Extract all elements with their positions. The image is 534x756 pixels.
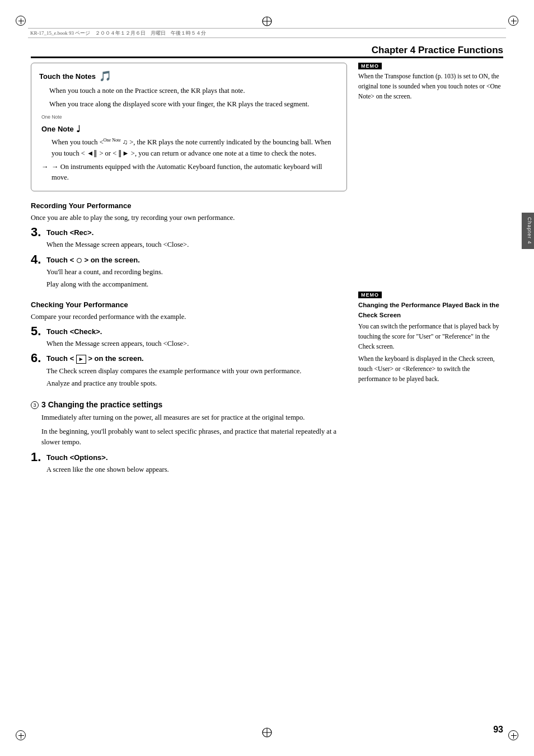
step-3-desc: When the Message screen appears, touch <… (46, 240, 347, 250)
memo-text-1: When the Transpose function (p. 103) is … (358, 72, 504, 101)
step-3: 3. Touch <Rec>. When the Message screen … (31, 228, 347, 251)
chapter-title-underline (31, 57, 503, 58)
step-1-number: 1. (31, 451, 46, 463)
chapter-tab: Chapter 4 (522, 213, 534, 249)
one-note-para: When you touch <One Note ♫ >, the KR pla… (41, 137, 339, 159)
one-note-title: One Note ♩ (41, 124, 339, 134)
step-4-content: Touch < > on the screen. You'll hear a c… (46, 255, 347, 290)
step-6-number: 6. (31, 352, 46, 364)
right-sidebar: MEMO When the Transpose function (p. 103… (358, 63, 504, 396)
step-4-title: Touch < > on the screen. (46, 255, 347, 265)
memo-2-text1: You can switch the performance that is p… (358, 322, 504, 351)
practice-settings-title: 3 Changing the practice settings (41, 400, 162, 409)
touch-notes-box: Touch the Notes 🎵 When you touch a note … (31, 63, 347, 191)
memo-badge-2: MEMO (358, 292, 382, 298)
memo-title-1: MEMO (358, 63, 504, 69)
play-btn-icon: ► (76, 355, 86, 364)
step-1-content: Touch <Options>. A screen like the one s… (46, 453, 347, 476)
step-5: 5. Touch <Check>. When the Message scree… (31, 327, 347, 350)
corner-mark-tr (508, 16, 518, 26)
main-content: Touch the Notes 🎵 When you touch a note … (31, 63, 347, 477)
circle-num: 3 (31, 401, 39, 409)
step-4-number: 4. (31, 253, 46, 266)
recording-desc: Once you are able to play the song, try … (31, 213, 347, 223)
step-4: 4. Touch < > on the screen. You'll hear … (31, 255, 347, 290)
step-4-desc1: You'll hear a count, and recording begin… (46, 267, 347, 278)
top-mid-mark (261, 16, 273, 29)
step-5-content: Touch <Check>. When the Message screen a… (46, 327, 347, 350)
step-3-number: 3. (31, 226, 46, 238)
memo-2-title: Changing the Performance Played Back in … (358, 300, 504, 320)
touch-notes-label: Touch the Notes (39, 72, 96, 81)
step-6-desc1: The Check screen display compares the ex… (46, 366, 347, 377)
practice-settings-desc2: In the beginning, you'll probably want t… (31, 426, 347, 448)
touch-notes-para1: When you touch a note on the Practice sc… (39, 86, 339, 96)
memo-title-2: MEMO (358, 292, 504, 298)
step-5-title: Touch <Check>. (46, 327, 347, 337)
step-6-desc2: Analyze and practice any trouble spots. (46, 378, 347, 389)
touch-notes-title: Touch the Notes 🎵 (39, 70, 339, 82)
bullet-icon (77, 258, 82, 263)
step-3-content: Touch <Rec>. When the Message screen app… (46, 228, 347, 251)
corner-mark-br (508, 730, 518, 740)
recording-heading: Recording Your Performance (31, 201, 347, 210)
corner-mark-bl (16, 730, 26, 740)
one-note-arrow-icon: ♩ (76, 124, 81, 134)
memo-badge-1: MEMO (358, 63, 382, 69)
corner-mark-tl (16, 16, 26, 26)
touch-notes-icon: 🎵 (99, 70, 111, 82)
arrow-note: → On instruments equipped with the Autom… (41, 162, 339, 183)
practice-settings-section: 3 3 Changing the practice settings (31, 400, 347, 409)
step-4-desc2: Play along with the accompaniment. (46, 279, 347, 290)
bottom-mid-mark (261, 727, 273, 740)
checking-heading: Checking Your Performance (31, 300, 347, 309)
step-6: 6. Touch < ► > on the screen. The Check … (31, 354, 347, 389)
memo-box-1: MEMO When the Transpose function (p. 103… (358, 63, 504, 101)
step-1-desc: A screen like the one shown below appear… (46, 464, 347, 475)
step-5-number: 5. (31, 325, 46, 337)
chapter-title: Chapter 4 Practice Functions (372, 45, 503, 56)
touch-notes-para2: When you trace along the displayed score… (39, 99, 339, 110)
step-6-content: Touch < ► > on the screen. The Check scr… (46, 354, 347, 389)
checking-desc: Compare your recorded performance with t… (31, 312, 347, 322)
one-note-small-label: One Note (41, 115, 339, 120)
step-5-desc: When the Message screen appears, touch <… (46, 339, 347, 349)
step-6-title: Touch < ► > on the screen. (46, 354, 347, 364)
header-strip: KR-17_15_e.book 93 ページ ２００４年１２月６日 月曜日 午後… (28, 28, 506, 38)
practice-settings-desc1: Immediately after turning on the power, … (31, 412, 347, 423)
memo-2-text2: When the keyboard is displayed in the Ch… (358, 354, 504, 384)
step-3-title: Touch <Rec>. (46, 228, 347, 238)
step-1-options: 1. Touch <Options>. A screen like the on… (31, 453, 347, 476)
page-number: 93 (493, 725, 503, 735)
header-meta: KR-17_15_e.book 93 ページ ２００４年１２月６日 月曜日 午後… (30, 30, 206, 37)
step-1-title: Touch <Options>. (46, 453, 347, 463)
memo-box-2: MEMO Changing the Performance Played Bac… (358, 292, 504, 384)
